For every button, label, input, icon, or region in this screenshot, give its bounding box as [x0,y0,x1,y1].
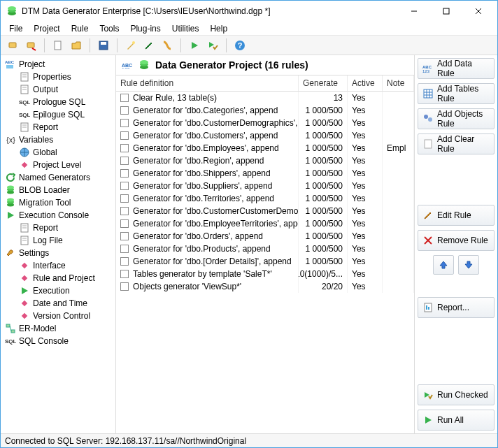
sql-icon: SQL [5,335,16,347]
tree-node[interactable]: Rule and Project [2,272,114,284]
table-row[interactable]: Generator for 'dbo.Territories', append1… [116,192,414,205]
tb-save[interactable] [96,38,111,53]
menu-file[interactable]: File [3,22,28,35]
table-row[interactable]: Generator for 'dbo.CustomerDemographics'… [116,117,414,129]
tb-disconnect[interactable] [23,38,38,53]
edit-rule-button[interactable]: Edit Rule [418,205,495,226]
menu-project[interactable]: Project [28,22,65,35]
add-data-rule-button[interactable]: ABC123 Add Data Rule [418,58,495,79]
rules-grid[interactable]: Rule definition Generate Active Note Cle… [116,75,414,433]
col-generate[interactable]: Generate [299,75,348,91]
tree-node[interactable]: {x}Variables [2,133,114,146]
report-button[interactable]: Report... [418,297,495,318]
add-clear-rule-button[interactable]: Add Clear Rule [418,133,495,154]
col-note[interactable]: Note [383,75,414,91]
row-checkbox[interactable] [120,270,129,278]
tb-run-checked[interactable] [205,38,220,53]
table-row[interactable]: Generator for 'dbo.CustomerCustomerDemo'… [116,205,414,217]
tb-edit[interactable] [141,38,157,53]
tree-node[interactable]: Properties [2,71,114,83]
row-checkbox[interactable] [120,94,129,102]
table-row[interactable]: Clear Rule, 13 table(s)13Yes [116,92,414,104]
tree-node[interactable]: ER-Model [2,322,114,335]
tree-node[interactable]: Log File [2,234,114,247]
row-checkbox[interactable] [120,245,129,253]
tree-node[interactable]: Migration Tool [2,196,114,209]
tb-help[interactable]: ? [232,38,248,53]
tree-node[interactable]: BLOB Loader [2,184,114,196]
col-active[interactable]: Active [348,75,383,91]
row-checkbox[interactable] [120,106,129,115]
tb-script[interactable] [159,38,175,53]
tb-open[interactable] [69,38,84,53]
row-checkbox[interactable] [120,144,129,152]
menu-rule[interactable]: Rule [66,22,94,35]
tree-node[interactable]: SQLPrologue SQL [2,96,114,108]
run-all-button[interactable]: Run All [418,410,495,431]
table-row[interactable]: Generator for 'dbo.[Order Details]', app… [116,255,414,268]
tree-node[interactable]: Named Generators [2,171,114,184]
tree-node[interactable]: Global [2,146,114,159]
tree-node[interactable]: ABCProject [2,58,114,71]
tree-label: Execution Console [19,210,89,220]
table-row[interactable]: Generator for 'dbo.Categories', append1 … [116,104,414,117]
minimize-button[interactable] [398,1,430,21]
tree-node[interactable]: Output [2,83,114,96]
tb-connect[interactable] [5,38,20,53]
row-checkbox[interactable] [120,194,129,203]
row-checkbox[interactable] [120,257,129,266]
row-checkbox[interactable] [120,119,129,127]
table-row[interactable]: Generator for 'dbo.Suppliers', append1 0… [116,180,414,192]
move-up-button[interactable] [433,255,454,275]
row-checkbox[interactable] [120,169,129,178]
add-tables-rule-button[interactable]: Add Tables Rule [418,83,495,104]
tree-node[interactable]: Execution [2,284,114,297]
table-row[interactable]: Generator for 'dbo.Employees', append1 0… [116,142,414,154]
table-row[interactable]: Generator for 'dbo.Region', append1 000/… [116,154,414,167]
tb-new[interactable] [50,38,66,53]
tree-node[interactable]: Report [2,121,114,133]
rule-definition: Generator for 'dbo.Products', append [133,244,271,254]
tree-node[interactable]: Project Level [2,159,114,171]
col-definition[interactable]: Rule definition [116,75,299,91]
svg-rect-4 [443,8,449,14]
status-text: Connected to SQL Server: 192.168.137.11/… [5,436,246,446]
close-button[interactable] [462,1,495,21]
tree-panel[interactable]: ABCProjectPropertiesOutputSQLPrologue SQ… [1,55,116,433]
rule-active: Yes [348,142,383,154]
tb-wizard[interactable] [123,38,138,53]
tb-run[interactable] [187,38,202,53]
row-checkbox[interactable] [120,131,129,140]
tree-node[interactable]: Report [2,222,114,234]
diamond-icon [19,310,30,321]
menu-tools[interactable]: Tools [94,22,124,35]
maximize-button[interactable] [430,1,462,21]
table-row[interactable]: Generator for 'dbo.Customers', append1 0… [116,129,414,142]
table-row[interactable]: Generator for 'dbo.Shippers', append1 00… [116,167,414,180]
menu-utilities[interactable]: Utilities [166,22,205,35]
menu-help[interactable]: Help [204,22,233,35]
run-checked-button[interactable]: Run Checked [418,384,495,405]
row-checkbox[interactable] [120,182,129,190]
tree-node[interactable]: Interface [2,259,114,272]
table-row[interactable]: Generator for 'dbo.Products', append1 00… [116,243,414,255]
tree-node[interactable]: Settings [2,247,114,259]
row-checkbox[interactable] [120,282,129,291]
tree-node[interactable]: SQLSQL Console [2,335,114,347]
tree-node[interactable]: Execution Console [2,209,114,222]
table-row[interactable]: Tables generator by template 'SaleT*'10(… [116,268,414,280]
table-row[interactable]: Generator for 'dbo.EmployeeTerritories',… [116,217,414,230]
table-row[interactable]: Objects generator 'ViewSup*'20/20Yes [116,280,414,293]
table-row[interactable]: Generator for 'dbo.Orders', append1 000/… [116,230,414,243]
row-checkbox[interactable] [120,232,129,240]
row-checkbox[interactable] [120,157,129,165]
menu-plugins[interactable]: Plug-ins [124,22,166,35]
move-down-button[interactable] [458,255,479,275]
row-checkbox[interactable] [120,207,129,215]
tree-node[interactable]: Version Control [2,310,114,322]
tree-node[interactable]: Date and Time [2,297,114,310]
row-checkbox[interactable] [120,219,129,228]
add-objects-rule-button[interactable]: Add Objects Rule [418,108,495,129]
tree-node[interactable]: SQLEpilogue SQL [2,108,114,121]
remove-rule-button[interactable]: Remove Rule [418,230,495,251]
